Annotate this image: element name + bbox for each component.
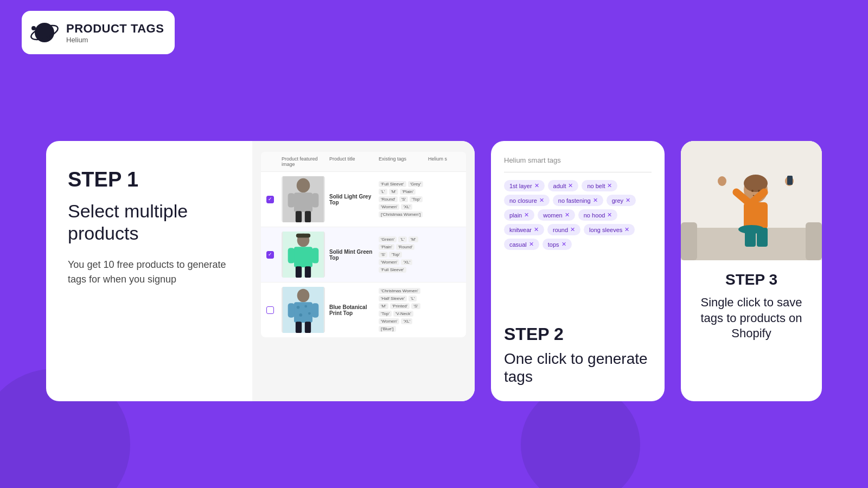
tag: 'Top' [389, 252, 402, 258]
col-tags: Existing tags [379, 156, 424, 167]
logo-container: PRODUCT TAGS Helium [22, 11, 175, 54]
svg-point-4 [297, 178, 310, 192]
tag-label: long sleeves [589, 227, 622, 233]
tag: 'Printed' [390, 303, 410, 309]
tag-label: no fastening [558, 197, 591, 204]
tag: 'Top' [410, 196, 423, 202]
smart-tag-casual: casual ✕ [504, 239, 539, 250]
svg-point-45 [738, 225, 764, 234]
svg-point-24 [308, 312, 311, 315]
logo-subtitle: Helium [66, 36, 164, 44]
col-check [266, 156, 277, 167]
checkmark-icon: ✓ [268, 252, 272, 257]
tag-label: grey [612, 197, 623, 204]
svg-rect-13 [294, 247, 312, 267]
tag: 'Full Sleeve' [379, 181, 406, 187]
tag-remove-icon[interactable]: ✕ [570, 226, 575, 233]
smart-tag-no-fastening: no fastening ✕ [553, 195, 603, 206]
row2-checkbox[interactable]: ✓ [266, 251, 274, 259]
svg-rect-16 [296, 266, 302, 278]
tag: 'Top' [379, 311, 392, 317]
logo-text-group: PRODUCT TAGS Helium [66, 22, 164, 44]
tag: 'Plain' [379, 244, 394, 250]
smart-tag-long-sleeves: long sleeves ✕ [584, 224, 635, 235]
tag: 'Women' [379, 259, 399, 265]
tag: 'Round' [379, 196, 398, 202]
step1-table-area: Product featured image Product title Exi… [252, 141, 475, 401]
tag-remove-icon[interactable]: ✕ [534, 226, 539, 233]
tag: 'Women' [379, 204, 399, 210]
tag-label: knitwear [509, 227, 532, 233]
smart-tag-women: women ✕ [538, 209, 575, 221]
tag-label: no belt [587, 183, 605, 189]
tag-label: no closure [509, 197, 537, 204]
row1-name: Solid Light Grey Top [329, 194, 374, 206]
tag: 'Women' [379, 318, 399, 324]
tag-remove-icon[interactable]: ✕ [565, 211, 570, 219]
step2-card: Helium smart tags 1st layer ✕ adult ✕ no… [491, 141, 665, 401]
tag-label: 1st layer [509, 183, 532, 189]
tag: 'XL' [401, 318, 412, 324]
svg-rect-5 [294, 192, 312, 212]
tag: 'M' [379, 303, 388, 309]
svg-point-35 [751, 190, 754, 192]
row3-checkbox[interactable] [266, 306, 274, 314]
step2-label: STEP 2 [504, 324, 652, 344]
tag: 'Full Sleeve' [379, 267, 406, 273]
svg-point-23 [299, 313, 302, 317]
tag: 'M' [409, 236, 418, 242]
svg-rect-6 [288, 193, 295, 207]
tag-label: casual [509, 241, 527, 248]
smart-tag-no-belt: no belt ✕ [582, 180, 617, 191]
tag-remove-icon[interactable]: ✕ [539, 197, 544, 204]
tag-remove-icon[interactable]: ✕ [593, 197, 598, 204]
tag: ['Christmas Women'] [379, 211, 423, 217]
tag-remove-icon[interactable]: ✕ [624, 226, 629, 233]
tag-remove-icon[interactable]: ✕ [607, 182, 612, 189]
tag: 'Grey' [408, 181, 423, 187]
row2-tags: 'Green' 'L' 'M' 'Plain' 'Round' 'S' 'Top… [379, 236, 424, 273]
tag-remove-icon[interactable]: ✕ [568, 182, 573, 189]
smart-tag-knitwear: knitwear ✕ [504, 224, 544, 235]
tag: 'Green' [379, 236, 397, 242]
tag: ['Blue'] [379, 326, 396, 332]
main-content: STEP 1 Select multiple products You get … [0, 65, 868, 488]
row1-image [282, 176, 325, 222]
logo-title: PRODUCT TAGS [66, 22, 164, 36]
row3-image [282, 287, 325, 333]
step3-title: Single click to save tags to products on… [694, 295, 809, 342]
tag-remove-icon[interactable]: ✕ [534, 182, 539, 189]
header: PRODUCT TAGS Helium [0, 0, 868, 65]
svg-rect-8 [296, 211, 302, 222]
tag-label: women [543, 212, 562, 219]
row1-checkbox[interactable]: ✓ [266, 196, 274, 203]
smart-tags-label: Helium smart tags [504, 156, 652, 164]
row2-name: Solid Mint Green Top [329, 249, 374, 261]
tag: 'L' [379, 189, 387, 195]
svg-point-40 [718, 176, 726, 186]
tag: 'L' [398, 236, 407, 242]
tag-remove-icon[interactable]: ✕ [561, 241, 566, 248]
svg-rect-25 [288, 303, 295, 317]
tag: 'S' [411, 303, 420, 309]
svg-rect-9 [305, 211, 311, 222]
tag-label: plain [509, 212, 522, 219]
tag: 'S' [399, 196, 408, 202]
tag: 'S' [379, 252, 387, 258]
svg-rect-14 [288, 248, 295, 263]
logo-icon [29, 17, 60, 48]
svg-rect-42 [787, 176, 793, 185]
tag-remove-icon[interactable]: ✕ [626, 197, 630, 204]
tag-remove-icon[interactable]: ✕ [524, 211, 529, 219]
step1-label: STEP 1 [68, 168, 231, 191]
svg-rect-15 [312, 248, 318, 263]
tags-container: 1st layer ✕ adult ✕ no belt ✕ no closure… [504, 180, 652, 250]
tag-label: adult [553, 183, 566, 189]
tag-remove-icon[interactable]: ✕ [607, 211, 612, 219]
tag: 'Round' [396, 244, 415, 250]
tag: 'XL' [401, 204, 412, 210]
row1-tags: 'Full Sleeve' 'Grey' 'L' 'M' 'Plain' 'Ro… [379, 181, 424, 217]
row3-tags: 'Christmas Women' 'Half Sleeve' 'L' 'M' … [379, 288, 424, 332]
tag-remove-icon[interactable]: ✕ [529, 241, 534, 248]
tag: 'Plain' [400, 189, 416, 195]
